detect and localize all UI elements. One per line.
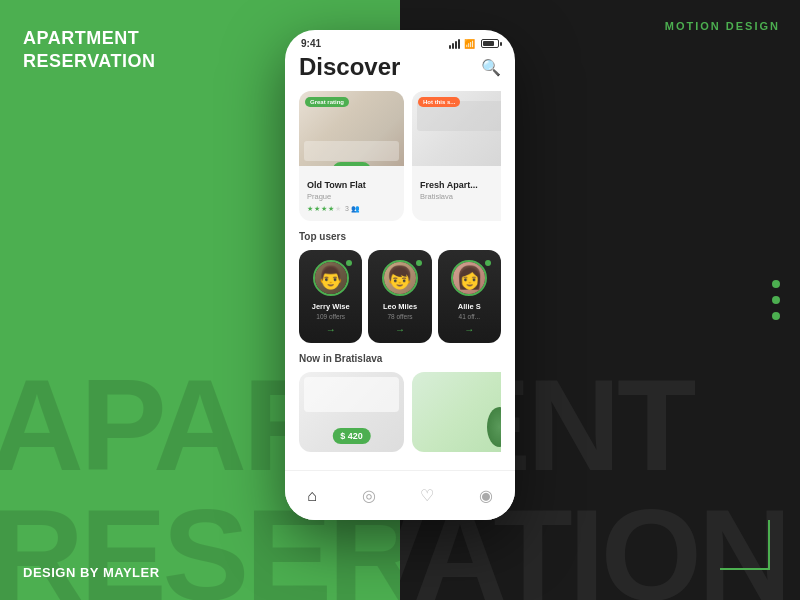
signal-bar-3: [455, 41, 457, 49]
user-card-leo[interactable]: 👦 Leo Miles 78 offers →: [400, 250, 432, 343]
bratislava-card-1[interactable]: $ 420: [400, 372, 404, 452]
avatar-img-leo: 👦: [400, 262, 416, 294]
arrow-icon-allie: →: [464, 324, 474, 335]
dot-2: [772, 296, 780, 304]
property-info-2: Fresh Apart... Bratislava: [412, 166, 501, 213]
dot-1: [772, 280, 780, 288]
design-credit: DESIGN BY MAYLER: [23, 565, 160, 580]
battery-icon: [481, 39, 499, 48]
signal-bar-4: [458, 39, 460, 49]
property-location-2: Bratislava: [420, 192, 501, 201]
phone-mockup: 9:41 📶 Discover 🔍: [400, 30, 515, 520]
living-room-image: [400, 91, 404, 166]
user-name-allie: Allie S: [458, 302, 481, 311]
bottom-nav: ⌂ ◎ ♡ ◉: [400, 470, 515, 520]
property-card-img-1: Great rating $ 980: [400, 91, 404, 166]
right-panel: MOTION DESIGN MENTVATION 9:41 📶: [400, 0, 800, 600]
user-card-allie[interactable]: 👩 Allie S 41 off... →: [438, 250, 501, 343]
status-bar: 9:41 📶: [400, 30, 515, 53]
profile-icon: ◉: [479, 486, 493, 505]
heart-icon: ♡: [420, 486, 434, 505]
property-card-2[interactable]: Hot this s... Fresh Apart... Bratislava: [412, 91, 501, 221]
status-icons: 📶: [449, 39, 499, 49]
search-icon[interactable]: 🔍: [481, 58, 501, 77]
nav-profile[interactable]: ◉: [479, 486, 493, 505]
avatar-leo: 👦: [400, 260, 418, 296]
bratislava-cards-row: $ 420: [400, 372, 501, 452]
property-card-img-2: Hot this s...: [412, 91, 501, 166]
signal-bar-2: [452, 43, 454, 49]
property-cards-row: Great rating $ 980 Old Town Flat Prague …: [400, 91, 501, 221]
signal-bars: [449, 39, 460, 49]
wifi-icon: 📶: [464, 39, 475, 49]
property-card-1[interactable]: Great rating $ 980 Old Town Flat Prague …: [400, 91, 404, 221]
bratislava-card-2[interactable]: [412, 372, 501, 452]
corner-decoration: [720, 520, 770, 570]
signal-bar-1: [449, 45, 451, 49]
user-offers-leo: 78 offers: [400, 313, 413, 320]
avatar-allie: 👩: [451, 260, 487, 296]
user-name-leo: Leo Miles: [400, 302, 417, 311]
indicator-dots: [772, 280, 780, 320]
nav-favorites[interactable]: ♡: [420, 486, 434, 505]
avatar-img-allie: 👩: [453, 262, 485, 294]
hot-badge: Hot this s...: [418, 97, 460, 107]
arrow-icon-leo: →: [400, 324, 405, 335]
bratislava-img-2: [412, 372, 501, 452]
motion-design-label: MOTION DESIGN: [665, 20, 780, 32]
online-dot-3: [485, 260, 491, 266]
online-dot-2: [416, 260, 422, 266]
dot-3: [772, 312, 780, 320]
app-title: APARTMENT RESERVATION: [23, 27, 156, 72]
discover-header: Discover 🔍: [400, 53, 501, 81]
app-content: Discover 🔍 Great rating $ 980: [400, 53, 515, 483]
user-offers-allie: 41 off...: [459, 313, 481, 320]
property-info-1: Old Town Flat Prague ★ ★ ★ ★ ★ 3 👥: [400, 166, 404, 221]
property-name-2: Fresh Apart...: [420, 180, 501, 190]
bratislava-section-label: Now in Bratislava: [400, 353, 501, 364]
bratislava-img-1: [400, 372, 404, 452]
top-users-label: Top users: [400, 231, 501, 242]
users-row: 👨 Jerry Wise 109 offers → 👦 Leo M: [400, 250, 501, 343]
